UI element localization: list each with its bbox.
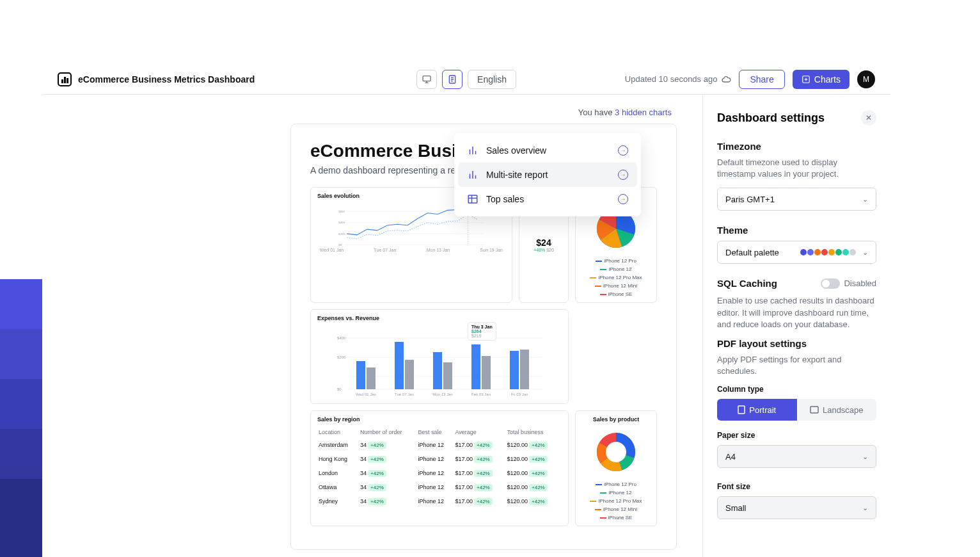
bar-chart-icon: $400$200$0 Wed 01 JanTue 07 JanMon 13 Ja… [317, 325, 562, 396]
hidden-charts-notice: You have 3 hidden charts [290, 108, 677, 117]
paper-size-label: Paper size [717, 431, 876, 440]
sql-state: Disabled [844, 278, 876, 288]
svg-rect-21 [367, 367, 375, 389]
share-button[interactable]: Share [739, 70, 784, 89]
palette-swatch [800, 249, 856, 255]
decor-stripe [0, 479, 42, 557]
table-row[interactable]: Sydney34+42%iPhone 12$17.00+42%$120.00+4… [317, 494, 562, 508]
svg-rect-28 [510, 351, 519, 389]
column-type-segment: Portrait Landscape [717, 399, 876, 421]
sql-title: SQL Caching [717, 278, 777, 289]
theme-title: Theme [717, 225, 876, 236]
svg-text:$200: $200 [338, 232, 345, 236]
landscape-icon [810, 406, 819, 414]
svg-rect-20 [356, 361, 365, 389]
timezone-desc: Default timezone used to display timesta… [717, 157, 876, 180]
paper-size-select[interactable]: A4⌄ [717, 445, 876, 468]
settings-title: Dashboard settings [717, 111, 825, 125]
arrow-right-icon [618, 194, 628, 204]
donut-legend: iPhone 12 Pro iPhone 12 iPhone 12 Pro Ma… [582, 481, 650, 521]
table-row[interactable]: London34+42%iPhone 12$17.00+42%$120.00+4… [317, 466, 562, 480]
view-desktop-button[interactable] [416, 70, 437, 89]
topbar: eCommerce Business Metrics Dashboard Eng… [42, 64, 890, 95]
pdf-desc: Apply PDF settings for export and schedu… [717, 354, 876, 377]
column-type-label: Column type [717, 385, 876, 394]
user-avatar[interactable]: M [857, 70, 875, 88]
font-size-label: Font size [717, 482, 876, 491]
svg-text:$600: $600 [338, 210, 345, 213]
svg-rect-37 [468, 195, 477, 203]
svg-rect-25 [443, 362, 452, 389]
arrow-right-icon [618, 145, 628, 156]
decor-stripe [0, 429, 42, 479]
decor-stripe [0, 379, 42, 429]
portrait-button[interactable]: Portrait [717, 399, 797, 421]
timezone-select[interactable]: Paris GMT+1⌄ [717, 188, 876, 211]
svg-text:Feb 03 Jan: Feb 03 Jan [471, 392, 491, 396]
hidden-charts-popover: Sales overviewMulti-site reportTop sales [454, 133, 641, 216]
svg-rect-39 [810, 407, 818, 413]
charts-button[interactable]: Charts [793, 70, 850, 89]
table-row[interactable]: Amsterdam34+42%iPhone 12$17.00+42%$120.0… [317, 438, 562, 452]
hidden-charts-link[interactable]: 3 hidden charts [615, 108, 672, 117]
svg-rect-24 [433, 352, 442, 389]
table-row[interactable]: Ottawa34+42%iPhone 12$17.00+42%$120.00+4… [317, 480, 562, 494]
font-size-select[interactable]: Small⌄ [717, 496, 876, 519]
svg-text:$400: $400 [338, 221, 345, 224]
popover-item[interactable]: Top sales [454, 187, 641, 211]
svg-text:Tue 07 Jan: Tue 07 Jan [395, 392, 414, 396]
svg-text:$0: $0 [337, 387, 342, 391]
svg-text:Fri 03 Jan: Fri 03 Jan [511, 392, 528, 396]
svg-rect-0 [423, 76, 431, 81]
pdf-title: PDF layout settings [717, 338, 876, 349]
sql-desc: Enable to use cached results in dashboar… [717, 295, 876, 330]
svg-text:$400: $400 [337, 336, 346, 340]
view-document-button[interactable] [442, 70, 462, 89]
region-table: LocationNumber of orderBest saleAverageT… [317, 426, 562, 508]
popover-item[interactable]: Multi-site report [458, 163, 637, 187]
svg-rect-22 [395, 342, 404, 389]
svg-point-36 [606, 442, 626, 462]
svg-rect-23 [405, 360, 414, 389]
chart-sales-product-donut[interactable]: Sales by product iPhone 12 Pro iPhone 12… [575, 410, 657, 526]
language-select[interactable]: English [468, 70, 516, 89]
portrait-icon [738, 405, 745, 414]
landscape-button[interactable]: Landscape [797, 399, 877, 421]
timezone-title: Timezone [717, 141, 876, 152]
decor-stripe [0, 329, 42, 379]
svg-rect-29 [520, 350, 529, 389]
svg-text:Wed 01 Jan: Wed 01 Jan [356, 392, 376, 396]
plus-icon [802, 75, 810, 84]
decor-stripe [0, 279, 42, 329]
close-button[interactable]: ✕ [861, 110, 876, 125]
svg-text:$0: $0 [338, 243, 342, 246]
theme-select[interactable]: Default palette ⌄ [717, 241, 876, 264]
arrow-right-icon [618, 170, 628, 180]
document-title[interactable]: eCommerce Business Metrics Dashboard [78, 74, 255, 85]
updated-status: Updated 10 seconds ago [625, 74, 732, 85]
pie-legend: iPhone 12 Pro iPhone 12 iPhone 12 Pro Ma… [582, 258, 650, 297]
popover-item[interactable]: Sales overview [454, 138, 641, 163]
chart-sales-region[interactable]: Sales by region LocationNumber of orderB… [310, 410, 569, 526]
svg-rect-26 [471, 344, 480, 389]
donut-chart-icon [590, 426, 642, 478]
svg-text:$200: $200 [337, 355, 346, 359]
cloud-icon [721, 74, 731, 85]
app-logo[interactable] [58, 72, 72, 86]
table-row[interactable]: Hong Kong34+42%iPhone 12$17.00+42%$120.0… [317, 452, 562, 466]
settings-panel: Dashboard settings ✕ Timezone Default ti… [702, 95, 890, 557]
svg-rect-38 [738, 406, 745, 414]
svg-rect-27 [482, 356, 491, 389]
chart-expenses-revenue[interactable]: Expenses vs. Revenue $400$200$0 Wed 01 J… [310, 309, 569, 404]
sql-caching-toggle[interactable] [821, 278, 840, 289]
svg-text:Mon 13 Jan: Mon 13 Jan [432, 392, 452, 396]
